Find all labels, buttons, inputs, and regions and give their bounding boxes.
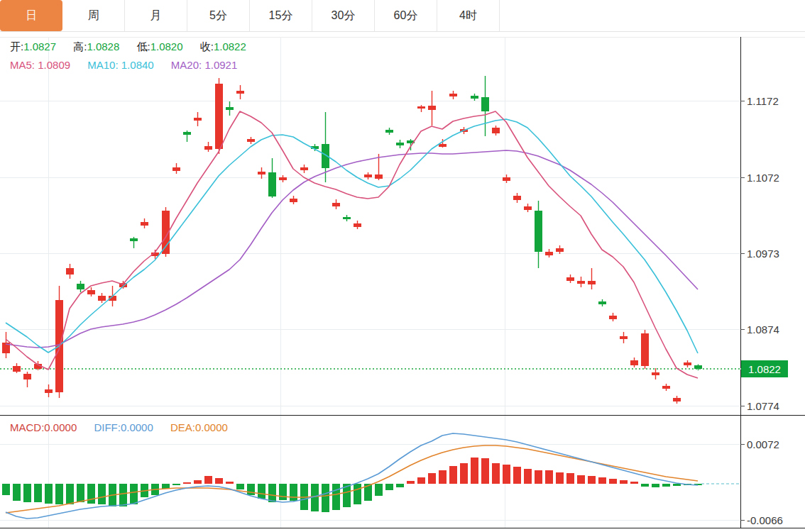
y-axis-label-1.1172: 1.1172 xyxy=(747,95,779,107)
diff-line xyxy=(6,433,698,519)
y-axis-label-1.0874: 1.0874 xyxy=(747,323,779,336)
macd-legend: MACD:0.0000 DIFF:0.0000 DEA:0.0000 xyxy=(10,421,242,433)
high-value: 1.0828 xyxy=(87,40,119,52)
ma5-value: 1.0809 xyxy=(38,59,70,71)
y-axis-label-1.0774: 1.0774 xyxy=(747,400,779,412)
ma10-line xyxy=(6,119,698,353)
macd-value: 0.0000 xyxy=(44,421,77,433)
y-axis-label-1.1072: 1.1072 xyxy=(747,172,779,184)
dea-value: 0.0000 xyxy=(195,421,228,433)
ma5-line xyxy=(6,111,698,378)
price-and-macd-chart[interactable] xyxy=(0,0,805,532)
ma20-line xyxy=(6,150,698,348)
ma10-label: MA10: xyxy=(87,59,118,71)
ma10-value: 1.0840 xyxy=(121,59,154,71)
current-price-badge: 1.0822 xyxy=(741,360,788,377)
low-value: 1.0820 xyxy=(150,40,183,52)
close-value: 1.0822 xyxy=(214,40,246,52)
y-axis-label-1.0973: 1.0973 xyxy=(747,248,779,260)
diff-value: 0.0000 xyxy=(121,421,153,433)
open-label: 开: xyxy=(10,40,23,52)
high-label: 高: xyxy=(73,40,87,52)
candlestick-series xyxy=(2,76,702,404)
macd-label: MACD: xyxy=(10,421,44,433)
open-value: 1.0827 xyxy=(23,40,56,52)
low-label: 低: xyxy=(136,40,150,52)
dea-label: DEA: xyxy=(170,421,195,433)
ma5-label: MA5: xyxy=(10,59,35,71)
close-label: 收: xyxy=(200,40,214,52)
ma20-label: MA20: xyxy=(171,59,202,71)
diff-label: DIFF: xyxy=(94,421,121,433)
y-axis-label-0.0072: 0.0072 xyxy=(747,438,779,450)
ohlc-legend: 开:1.0827 高:1.0828 低:1.0820 收:1.0822 xyxy=(10,40,261,54)
ma20-value: 1.0921 xyxy=(204,59,237,71)
ma-legend: MA5: 1.0809 MA10: 1.0840 MA20: 1.0921 xyxy=(10,59,251,71)
y-axis-label--0.0066: -0.0066 xyxy=(747,514,783,526)
